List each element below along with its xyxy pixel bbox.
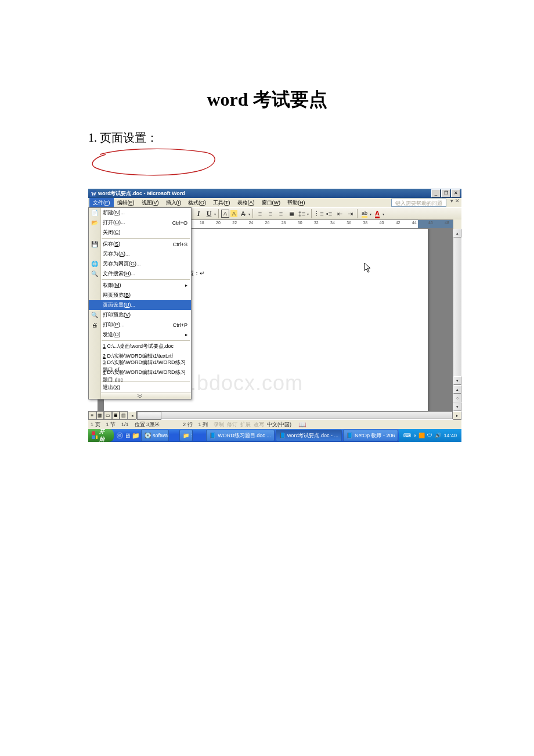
word-icon: W: [89, 190, 96, 197]
print-view-button[interactable]: ▭: [104, 411, 112, 420]
file-menu-item[interactable]: 退出(X): [89, 383, 191, 393]
menu-h[interactable]: 帮助(H): [284, 198, 309, 207]
menu-e[interactable]: 编辑(E): [114, 198, 138, 207]
tray-icon[interactable]: 🔊: [435, 433, 441, 438]
outline-view-button[interactable]: ≣: [112, 411, 120, 420]
font-color-button[interactable]: A: [373, 209, 382, 218]
statusbar: 1 页 1 节 1/1 位置 3厘米 2 行 1 列 录制 修订 扩展 改写 中…: [88, 419, 461, 429]
normal-view-button[interactable]: ≡: [88, 411, 96, 420]
file-menu-item[interactable]: 🔍打印预览(V): [89, 310, 191, 320]
start-button[interactable]: 开始: [88, 429, 114, 442]
spell-check-icon[interactable]: 📖: [298, 420, 307, 429]
help-search-input[interactable]: 键入需要帮助的问题: [391, 199, 446, 207]
reading-view-button[interactable]: ▤: [120, 411, 128, 420]
windows-logo-icon: [92, 431, 98, 440]
file-menu-item[interactable]: 💾保存(S)Ctrl+S: [89, 239, 191, 249]
align-center-button[interactable]: ≡: [266, 209, 275, 218]
file-menu-item[interactable]: 另存为(A)...: [89, 249, 191, 259]
document-title: word 考试要点: [0, 0, 534, 113]
status-rec[interactable]: 录制: [214, 421, 224, 429]
quick-launch-ie-icon[interactable]: ⓔ: [117, 431, 123, 440]
horizontal-scrollbar[interactable]: [136, 411, 453, 419]
file-menu-item[interactable]: 🔍文件搜索(H)...: [89, 269, 191, 279]
menu-f[interactable]: 文件(F): [89, 198, 114, 207]
menubar: 文件(F)编辑(E)视图(V)插入(I)格式(O)工具(T)表格(A)窗口(W)…: [88, 198, 461, 207]
menu-a[interactable]: 表格(A): [234, 198, 258, 207]
taskbar-item[interactable]: 📘word考试要点.doc - ...: [276, 430, 342, 441]
taskbar-item[interactable]: 📘NetOp 教师 - 206: [343, 430, 399, 441]
tray-chevron-icon[interactable]: «: [413, 433, 416, 438]
menu-expand-button[interactable]: [89, 393, 191, 399]
char-border-button[interactable]: A: [221, 210, 229, 218]
svg-rect-5: [96, 435, 98, 439]
bullets-button[interactable]: •≡: [324, 209, 334, 218]
outdent-button[interactable]: ⇤: [335, 209, 344, 218]
svg-text:W: W: [91, 191, 96, 197]
status-rev[interactable]: 修订: [227, 421, 237, 429]
status-line: 2 行: [183, 421, 193, 429]
tray-icon[interactable]: 🛡: [427, 433, 432, 438]
char-shading-button[interactable]: A: [230, 210, 237, 217]
char-scale-button[interactable]: A̶: [239, 209, 248, 218]
file-menu-item[interactable]: 📂打开(O)...Ctrl+O: [89, 218, 191, 228]
file-menu-item[interactable]: 4 D:\实验\WORD编辑\1\WORD练习题目.doc: [89, 371, 191, 381]
system-tray[interactable]: ⌨ « 🟧 🛡 🔊 14:40: [399, 429, 461, 442]
menu-w[interactable]: 窗口(W): [258, 198, 284, 207]
align-left-button[interactable]: ≡: [255, 209, 265, 218]
file-menu-item[interactable]: 🌐另存为网页(G)...: [89, 259, 191, 269]
status-col: 1 列: [199, 421, 208, 429]
indent-button[interactable]: ⇥: [345, 209, 355, 218]
tray-clock[interactable]: 14:40: [443, 433, 457, 438]
svg-rect-3: [96, 431, 98, 435]
scroll-right-button[interactable]: ▸: [453, 411, 461, 420]
scroll-left-button[interactable]: ◂: [128, 411, 136, 420]
status-language[interactable]: 中文(中国): [267, 421, 291, 429]
file-menu-item[interactable]: 发送(D)▸: [89, 330, 191, 340]
numbering-button[interactable]: ⋮≡: [314, 209, 323, 218]
taskbar-item[interactable]: 📘WORD练习题目.doc ...: [206, 430, 275, 441]
italic-button[interactable]: I: [194, 209, 203, 218]
next-page-button[interactable]: ▾: [453, 402, 461, 411]
tray-icon[interactable]: 🟧: [418, 433, 425, 438]
doc-close-button[interactable]: ▾ ✕: [449, 198, 461, 207]
horizontal-scrollbar-row: ≡ ▦ ▭ ≣ ▤ ◂ ▸: [88, 411, 461, 419]
menu-o[interactable]: 格式(O): [185, 198, 210, 207]
menu-t[interactable]: 工具(T): [210, 198, 234, 207]
minimize-button[interactable]: _: [431, 189, 441, 197]
restore-button[interactable]: ❐: [441, 189, 450, 197]
status-ext[interactable]: 扩展: [240, 421, 251, 429]
file-menu-item[interactable]: 权限(M)▸: [89, 280, 191, 290]
prev-page-button[interactable]: ▴: [453, 385, 461, 394]
section-heading: 1. 页面设置：: [0, 113, 534, 146]
file-menu-item[interactable]: 关闭(C): [89, 228, 191, 237]
svg-rect-4: [92, 435, 95, 439]
file-menu-item[interactable]: 1 C:\...\桌面\word考试要点.doc: [89, 341, 191, 351]
word-window: W word考试要点.doc - Microsoft Word _ ❐ ✕ 文件…: [88, 189, 461, 442]
quick-launch-explorer-icon[interactable]: 📁: [132, 431, 140, 440]
vertical-scrollbar[interactable]: ▴ ▾ ▴ ○ ▾: [453, 229, 461, 411]
underline-button[interactable]: U: [204, 209, 214, 218]
align-distribute-button[interactable]: ≣: [287, 209, 296, 218]
status-page: 1 页: [91, 421, 100, 429]
line-spacing-button[interactable]: ‡≡: [297, 209, 306, 218]
file-menu-item[interactable]: 🖨打印(P)...Ctrl+P: [89, 320, 191, 330]
menu-v[interactable]: 视图(V): [138, 198, 163, 207]
file-menu-item[interactable]: 网页预览(B): [89, 290, 191, 300]
scroll-up-button[interactable]: ▴: [453, 229, 461, 237]
menu-i[interactable]: 插入(I): [163, 198, 185, 207]
file-menu-item[interactable]: 页面设置(U)...: [89, 300, 191, 310]
file-menu-item[interactable]: 📄新建(N)...: [89, 208, 191, 218]
browse-object-button[interactable]: ○: [453, 394, 461, 402]
web-view-button[interactable]: ▦: [96, 411, 104, 420]
taskbar-item-folder[interactable]: 📁 1: [179, 430, 192, 441]
scroll-down-button[interactable]: ▾: [453, 376, 461, 385]
highlight-button[interactable]: ab: [360, 209, 369, 218]
quick-launch-desktop-icon[interactable]: 🖥: [124, 431, 131, 440]
close-button[interactable]: ✕: [451, 189, 460, 197]
status-section: 1 节: [106, 421, 116, 429]
taskbar-item-drive[interactable]: 💽 software (D:): [141, 430, 169, 441]
status-ovr[interactable]: 改写: [254, 421, 264, 429]
taskbar: 开始 ⓔ 🖥 📁 💽 software (D:) 📁 1 📘WORD练习题目.d…: [88, 429, 461, 442]
align-right-button[interactable]: ≡: [276, 209, 286, 218]
tray-icon[interactable]: ⌨: [403, 433, 411, 438]
